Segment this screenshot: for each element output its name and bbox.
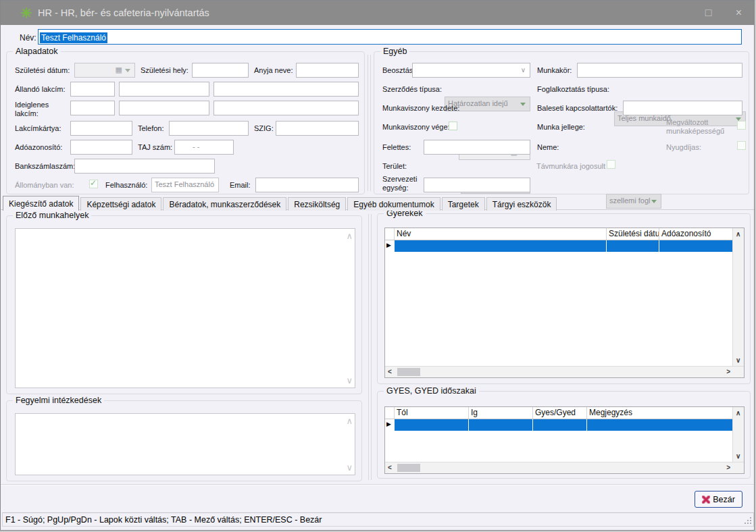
- previous-jobs-textarea[interactable]: ∧ ∨: [15, 228, 355, 388]
- scroll-right-icon[interactable]: >: [726, 368, 730, 375]
- panel-splitter[interactable]: [368, 214, 372, 480]
- birth-date-label: Születési dátum:: [15, 66, 70, 74]
- scroll-right-icon[interactable]: >: [726, 464, 730, 471]
- row-indicator-icon: ▶: [386, 421, 391, 427]
- scroll-up-icon[interactable]: ∧: [346, 417, 353, 425]
- supervisor-label: Felettes:: [382, 143, 411, 151]
- app-icon: [21, 7, 32, 18]
- column-header-ig[interactable]: Ig: [469, 407, 533, 419]
- temporary-address-zip-input[interactable]: [70, 101, 115, 115]
- tax-id-label: Adóazonosító:: [15, 143, 62, 151]
- in-staff-label: Állományban van:: [15, 181, 74, 189]
- org-unit-input[interactable]: [424, 178, 530, 192]
- temporary-address-street-input[interactable]: [213, 101, 359, 115]
- permanent-address-zip-input[interactable]: [70, 82, 115, 97]
- maximize-button[interactable]: □: [693, 1, 724, 25]
- scrollbar-thumb[interactable]: [397, 368, 420, 376]
- tab-kiegeszito-adatok[interactable]: Kiegészítő adatok: [3, 196, 79, 211]
- scroll-down-icon[interactable]: ∨: [346, 376, 353, 385]
- gyes-table-selected-row[interactable]: ▶: [385, 419, 732, 431]
- column-header-nev[interactable]: Név: [395, 228, 607, 240]
- children-table-horizontal-scrollbar[interactable]: < >: [385, 366, 744, 377]
- close-button[interactable]: ×: [724, 1, 754, 25]
- tab-kepzettsegi-adatok[interactable]: Képzettségi adatok: [80, 197, 161, 211]
- column-header-gyes-gyed[interactable]: Gyes/Gyed: [533, 407, 587, 419]
- row-indicator-column: [385, 228, 395, 240]
- tab-rezsikoltseg[interactable]: Rezsiköltség: [288, 197, 346, 211]
- job-input[interactable]: [577, 63, 742, 78]
- children-table-header: Név Születési dátum Adóazonosító: [385, 228, 732, 240]
- name-input-selected-text: Teszt Felhasználó: [40, 32, 107, 43]
- footer-separator: [1, 484, 755, 485]
- name-input[interactable]: Teszt Felhasználó: [38, 29, 742, 45]
- area-label: Terület:: [382, 162, 407, 170]
- accident-contacts-label: Baleseti kapcsolattartók:: [537, 104, 618, 112]
- panel-splitter[interactable]: [368, 55, 371, 191]
- szig-input[interactable]: [276, 121, 359, 136]
- disciplinary-group-title: Fegyelmi intézkedések: [13, 396, 104, 405]
- scroll-down-icon[interactable]: ∨: [346, 463, 353, 472]
- in-staff-checkbox: ✓: [89, 180, 98, 188]
- basic-data-group-title: Alapadatok: [13, 47, 61, 56]
- email-label: Email:: [230, 181, 251, 189]
- user-input: Teszt Felhasználó: [151, 178, 219, 192]
- status-bar-text: F1 - Súgó; PgUp/PgDn - Lapok közti váltá…: [5, 515, 322, 525]
- column-header-tol[interactable]: Tól: [395, 407, 469, 419]
- scroll-up-icon[interactable]: ∧: [736, 409, 740, 417]
- name-label: Név:: [20, 33, 36, 43]
- employment-end-checkbox[interactable]: [449, 122, 457, 130]
- tax-id-input[interactable]: [70, 140, 132, 155]
- bezar-button-label: Bezár: [713, 495, 735, 504]
- temporary-address-city-input[interactable]: [119, 101, 209, 115]
- scroll-left-icon[interactable]: <: [388, 368, 392, 375]
- gyes-group-title: GYES, GYED időszakai: [384, 386, 479, 396]
- tab-egyeb-dokumentumok[interactable]: Egyéb dokumentumok: [347, 197, 440, 211]
- column-header-adoazonosito[interactable]: Adóazonosító: [659, 228, 732, 240]
- gyes-table-horizontal-scrollbar[interactable]: < >: [385, 462, 744, 473]
- birth-date-field: ▦: [74, 63, 135, 78]
- email-input[interactable]: [255, 178, 359, 192]
- resize-grip[interactable]: [745, 517, 751, 524]
- phone-label: Telefon:: [138, 124, 164, 132]
- bank-account-input[interactable]: [74, 159, 215, 174]
- other-data-group: Egyéb Beosztás: ∨ Munkakör: Szerződés tí…: [374, 51, 749, 194]
- column-header-megjegyzes[interactable]: Megjegyzés: [587, 407, 732, 419]
- scroll-left-icon[interactable]: <: [388, 464, 392, 471]
- permanent-address-street-input[interactable]: [213, 82, 359, 97]
- bezar-button[interactable]: Bezár: [695, 491, 742, 508]
- gyes-table-vertical-scrollbar[interactable]: ∧ ∨: [732, 407, 744, 462]
- scroll-up-icon[interactable]: ∧: [736, 230, 740, 238]
- employment-type-label: Foglalkoztatás típusa:: [537, 85, 609, 93]
- position-combobox[interactable]: ∨: [412, 63, 530, 78]
- remote-work-label: Távmunkára jogosult: [536, 162, 605, 170]
- address-card-input[interactable]: [70, 121, 132, 136]
- scrollbar-thumb[interactable]: [397, 464, 420, 472]
- taj-input[interactable]: - -: [174, 140, 234, 155]
- scroll-down-icon[interactable]: ∨: [736, 452, 740, 460]
- combo-chevron-icon: ∨: [521, 66, 526, 74]
- gender-label: Neme:: [537, 143, 559, 151]
- scroll-down-icon[interactable]: ∨: [736, 356, 740, 364]
- accident-contacts-input[interactable]: [623, 101, 742, 115]
- check-icon: ✓: [90, 178, 97, 188]
- position-label: Beosztás:: [382, 66, 415, 74]
- tab-targetek[interactable]: Targetek: [442, 197, 485, 211]
- children-table-vertical-scrollbar[interactable]: ∧ ∨: [732, 228, 744, 366]
- scroll-up-icon[interactable]: ∧: [346, 232, 353, 240]
- title-bar: HR - HR, bér- és cafeteria-nyilvántartás…: [1, 1, 754, 25]
- permanent-address-city-input[interactable]: [119, 82, 209, 97]
- column-header-szuletesi-datum[interactable]: Születési dátum: [607, 228, 659, 240]
- work-nature-combobox: szellemi fogl: [606, 194, 661, 209]
- maximize-icon: □: [705, 7, 712, 19]
- supervisor-input[interactable]: [424, 140, 530, 155]
- tab-targyi-eszkozok[interactable]: Tárgyi eszközök: [486, 197, 557, 211]
- disciplinary-textarea[interactable]: ∧ ∨: [15, 413, 355, 475]
- mother-name-input[interactable]: [296, 63, 359, 78]
- tab-beradatok[interactable]: Béradatok, munkaszerződések: [163, 197, 286, 211]
- org-unit-label: Szervezeti egység:: [382, 175, 422, 192]
- children-table-selected-row[interactable]: ▶: [385, 240, 732, 252]
- phone-input[interactable]: [169, 121, 249, 136]
- changed-capacity-checkbox: [737, 121, 746, 130]
- birth-place-input[interactable]: [192, 63, 249, 78]
- temporary-address-label: Ideiglenes lakcím:: [15, 101, 58, 118]
